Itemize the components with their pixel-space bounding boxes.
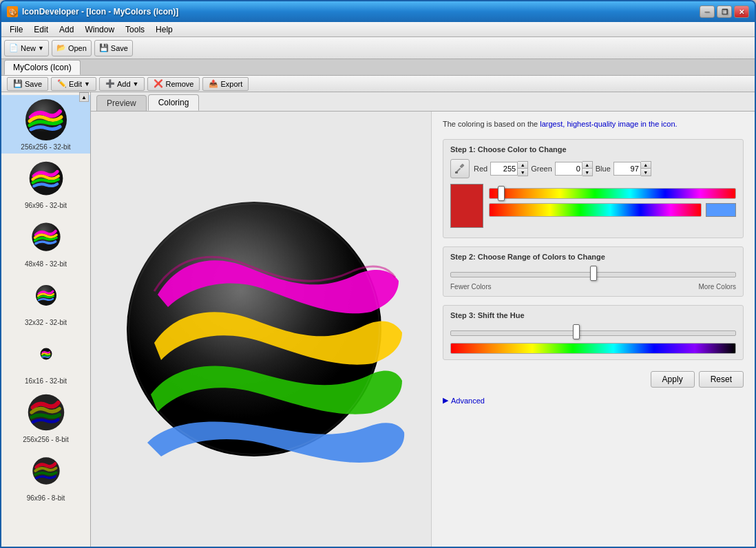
new-button[interactable]: 📄 New ▼ xyxy=(4,40,49,56)
save-label: Save xyxy=(111,44,128,52)
red-spin-up[interactable]: ▲ xyxy=(518,162,527,169)
red-spin: ▲ ▼ xyxy=(518,161,528,176)
section-export-label: Export xyxy=(220,80,242,88)
section-header-bar: 💾 Save ✏️ Edit ▼ ➕ Add ▼ ❌ Remove 📤 Expo… xyxy=(1,76,755,92)
green-spin-up[interactable]: ▲ xyxy=(582,162,592,169)
green-label: Green xyxy=(531,165,552,173)
green-spin: ▲ ▼ xyxy=(582,161,593,176)
range-slider[interactable] xyxy=(450,266,736,280)
hue-shift-thumb[interactable] xyxy=(573,324,580,339)
tab-preview[interactable]: Preview xyxy=(96,95,147,111)
title-bar: 🎨 IconDeveloper - [Icon - MyColors (Icon… xyxy=(1,1,755,22)
sidebar-item-3[interactable]: 32x32 - 32-bit xyxy=(1,271,90,329)
menu-help[interactable]: Help xyxy=(150,23,178,36)
section-edit-label: Edit xyxy=(69,80,82,88)
open-label: Open xyxy=(68,44,87,52)
document-tab-strip: MyColors (Icon) xyxy=(1,59,755,76)
menu-file[interactable]: File xyxy=(4,23,28,36)
advanced-link[interactable]: ▶ Advanced xyxy=(443,396,744,405)
rgb-inputs: Red ▲ ▼ Green xyxy=(474,161,651,176)
green-spin-down[interactable]: ▼ xyxy=(582,169,592,176)
sidebar-item-2[interactable]: 48x48 - 32-bit xyxy=(1,212,90,271)
edit-dropdown-icon: ▼ xyxy=(84,81,90,87)
tab-coloring[interactable]: Coloring xyxy=(148,94,200,111)
red-label: Red xyxy=(474,165,487,173)
scroll-up-button[interactable]: ▲ xyxy=(79,92,89,102)
menu-edit[interactable]: Edit xyxy=(28,23,54,36)
section-add-button[interactable]: ➕ Add ▼ xyxy=(99,77,145,91)
main-toolbar: 📄 New ▼ 📂 Open 💾 Save xyxy=(1,37,755,59)
red-input-wrap: ▲ ▼ xyxy=(490,161,528,176)
blue-spin-down[interactable]: ▼ xyxy=(641,169,651,176)
open-button[interactable]: 📂 Open xyxy=(52,40,92,56)
sidebar-item-4[interactable]: 16x16 - 32-bit xyxy=(1,329,90,388)
reset-button[interactable]: Reset xyxy=(699,371,744,388)
blue-label: Blue xyxy=(596,165,611,173)
range-slider-thumb[interactable] xyxy=(590,266,597,281)
sidebar-item-6[interactable]: 96x96 - 8-bit xyxy=(1,446,90,505)
range-labels: Fewer Colors More Colors xyxy=(450,283,736,291)
menu-window[interactable]: Window xyxy=(79,23,120,36)
sidebar-item-label-6: 96x96 - 8-bit xyxy=(27,494,65,502)
svg-rect-10 xyxy=(459,163,464,168)
icon-thumb-6 xyxy=(24,449,68,493)
new-icon: 📄 xyxy=(9,43,19,52)
red-input[interactable] xyxy=(490,162,518,176)
step2-section: Step 2: Choose Range of Colors to Change… xyxy=(443,246,744,297)
section-edit-icon: ✏️ xyxy=(57,79,67,88)
save-button[interactable]: 💾 Save xyxy=(94,40,133,56)
info-text-highlight: largest, highest-quality image in the ic… xyxy=(540,120,677,128)
new-label: New xyxy=(21,44,36,52)
close-button[interactable]: ✕ xyxy=(734,6,749,18)
red-spin-down[interactable]: ▼ xyxy=(518,169,527,176)
hue-rainbow-slider[interactable] xyxy=(489,187,736,200)
restore-button[interactable]: ❐ xyxy=(717,6,732,18)
sidebar: ▲ xyxy=(1,92,91,547)
menu-bar: File Edit Add Window Tools Help xyxy=(1,22,755,37)
right-panel: The coloring is based on the largest, hi… xyxy=(431,112,755,547)
section-save-icon: 💾 xyxy=(13,79,23,88)
apply-button[interactable]: Apply xyxy=(651,371,695,388)
full-rainbow-bar xyxy=(489,203,702,217)
window-controls: ─ ❐ ✕ xyxy=(700,6,749,18)
step3-section: Step 3: Shift the Hue xyxy=(443,305,744,360)
sidebar-item-label-4: 16x16 - 32-bit xyxy=(25,377,67,385)
blue-input[interactable] xyxy=(613,162,641,176)
section-save-button[interactable]: 💾 Save xyxy=(7,77,48,91)
hue-slider-thumb[interactable] xyxy=(498,186,505,201)
section-remove-button[interactable]: ❌ Remove xyxy=(147,77,200,91)
eyedropper-button[interactable] xyxy=(450,159,470,178)
more-colors-label: More Colors xyxy=(699,283,736,291)
document-tab[interactable]: MyColors (Icon) xyxy=(4,60,81,75)
section-save-label: Save xyxy=(25,80,42,88)
preview-area xyxy=(91,112,431,547)
section-export-button[interactable]: 📤 Export xyxy=(202,77,249,91)
sidebar-item-1[interactable]: 96x96 - 32-bit xyxy=(1,154,90,212)
blue-spin-up[interactable]: ▲ xyxy=(641,162,651,169)
save-icon: 💾 xyxy=(99,43,109,52)
icon-preview xyxy=(116,185,406,474)
add-dropdown-icon: ▼ xyxy=(133,81,139,87)
advanced-label: Advanced xyxy=(451,397,485,405)
color-swatch xyxy=(450,184,483,228)
icon-thumb-1 xyxy=(24,156,68,200)
info-text-plain: The coloring is based on the xyxy=(443,120,540,128)
green-input[interactable] xyxy=(555,162,582,176)
content-split: The coloring is based on the largest, hi… xyxy=(91,112,755,547)
section-edit-button[interactable]: ✏️ Edit ▼ xyxy=(51,77,96,91)
section-export-icon: 📤 xyxy=(209,79,218,88)
hue-shift-slider[interactable] xyxy=(450,325,736,339)
menu-add[interactable]: Add xyxy=(54,23,79,36)
section-add-icon: ➕ xyxy=(105,79,115,88)
app-icon: 🎨 xyxy=(7,6,18,17)
sidebar-item-label-3: 32x32 - 32-bit xyxy=(25,319,67,326)
green-input-wrap: ▲ ▼ xyxy=(555,161,593,176)
step1-title: Step 1: Choose Color to Change xyxy=(450,145,736,154)
minimize-button[interactable]: ─ xyxy=(700,6,715,18)
sidebar-item-0[interactable]: 256x256 - 32-bit xyxy=(1,95,90,154)
sidebar-item-label-1: 96x96 - 32-bit xyxy=(25,202,67,209)
menu-tools[interactable]: Tools xyxy=(120,23,150,36)
window-frame: 🎨 IconDeveloper - [Icon - MyColors (Icon… xyxy=(0,0,756,548)
sidebar-item-5[interactable]: 256x256 - 8-bit xyxy=(1,388,90,446)
work-area: Preview Coloring xyxy=(91,92,755,547)
